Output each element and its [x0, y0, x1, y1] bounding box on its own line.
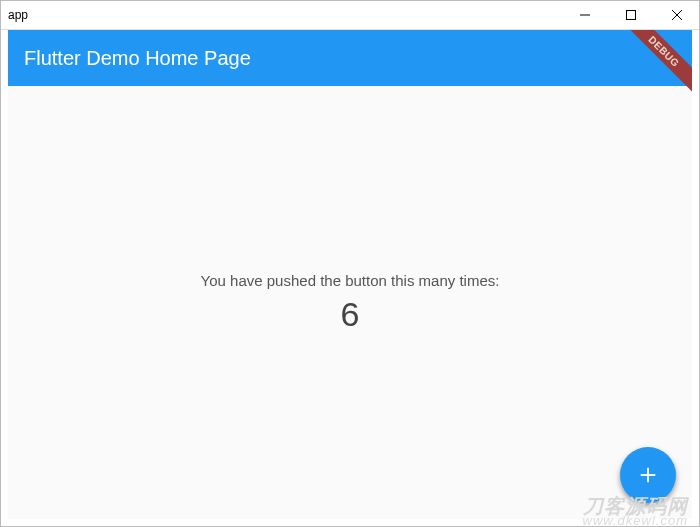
- minimize-button[interactable]: [562, 0, 608, 29]
- window-titlebar: app: [0, 0, 700, 30]
- counter-value: 6: [341, 295, 360, 334]
- plus-icon: [637, 464, 659, 486]
- window-title: app: [8, 8, 28, 22]
- app-client-area: Flutter Demo Home Page DEBUG You have pu…: [8, 30, 692, 519]
- body-content: You have pushed the button this many tim…: [8, 86, 692, 519]
- close-button[interactable]: [654, 0, 700, 29]
- app-bar-title: Flutter Demo Home Page: [24, 47, 251, 70]
- app-bar: Flutter Demo Home Page: [8, 30, 692, 86]
- window-controls: [562, 0, 700, 29]
- maximize-icon: [626, 10, 636, 20]
- minimize-icon: [580, 10, 590, 20]
- maximize-button[interactable]: [608, 0, 654, 29]
- push-count-message: You have pushed the button this many tim…: [201, 272, 500, 289]
- increment-fab[interactable]: [620, 447, 676, 503]
- svg-rect-1: [627, 10, 636, 19]
- close-icon: [672, 10, 682, 20]
